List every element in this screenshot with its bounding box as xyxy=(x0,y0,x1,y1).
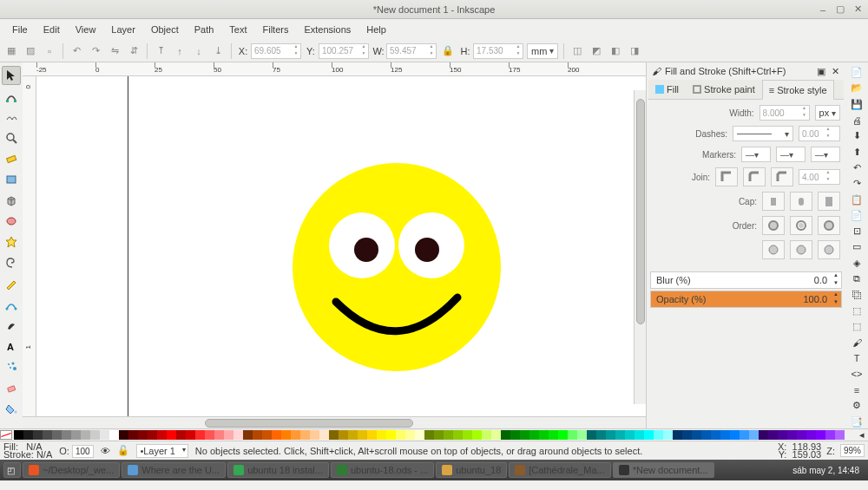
color-swatch[interactable] xyxy=(596,430,606,440)
color-swatch[interactable] xyxy=(81,430,90,440)
bezier-tool[interactable] xyxy=(2,295,21,314)
order-mfs-button[interactable] xyxy=(818,240,840,259)
node-tool[interactable] xyxy=(2,87,21,106)
zoom-drawing-icon[interactable]: ◈ xyxy=(847,257,866,270)
color-swatch[interactable] xyxy=(463,430,472,440)
doc-props-icon[interactable]: 📑 xyxy=(847,415,866,428)
status-opacity[interactable]: 100 xyxy=(72,445,94,458)
zoom-page-icon[interactable]: ▭ xyxy=(847,240,866,253)
minimize-button[interactable]: – xyxy=(818,4,828,15)
color-swatch[interactable] xyxy=(577,430,587,440)
color-swatch[interactable] xyxy=(434,430,444,440)
color-swatch[interactable] xyxy=(759,430,768,440)
zoom-tool[interactable] xyxy=(2,128,21,147)
stroke-width-unit[interactable]: px ▾ xyxy=(815,105,840,121)
cap-square-button[interactable] xyxy=(818,192,840,211)
tab-stroke-style[interactable]: ≡Stroke style xyxy=(762,80,834,100)
order-fsm-button[interactable] xyxy=(762,216,785,235)
menu-object[interactable]: Object xyxy=(144,22,186,37)
color-swatch[interactable] xyxy=(472,430,482,440)
lock-aspect-icon[interactable]: 🔒 xyxy=(440,43,456,59)
menu-layer[interactable]: Layer xyxy=(104,22,142,37)
color-swatch[interactable] xyxy=(682,430,692,440)
task-item[interactable]: ~/Desktop/_we... xyxy=(23,462,120,478)
bucket-tool[interactable] xyxy=(2,399,21,418)
color-swatch[interactable] xyxy=(214,430,224,440)
smiley-drawing[interactable] xyxy=(288,159,505,376)
color-swatch[interactable] xyxy=(186,430,195,440)
color-swatch[interactable] xyxy=(224,430,233,440)
dialog-close-icon[interactable]: ✕ xyxy=(830,66,840,76)
color-swatch[interactable] xyxy=(749,430,759,440)
color-swatch[interactable] xyxy=(510,430,520,440)
color-swatch[interactable] xyxy=(300,430,310,440)
scrollbar-horizontal[interactable] xyxy=(23,416,646,428)
color-swatch[interactable] xyxy=(90,430,100,440)
ellipse-tool[interactable] xyxy=(2,212,21,231)
tab-fill[interactable]: Fill xyxy=(648,80,686,99)
color-swatch[interactable] xyxy=(262,430,272,440)
color-swatch[interactable] xyxy=(329,430,339,440)
save-icon[interactable]: 💾 xyxy=(847,98,866,111)
color-swatch[interactable] xyxy=(33,430,43,440)
import-icon[interactable]: ⬇ xyxy=(847,129,866,142)
color-swatch[interactable] xyxy=(491,430,501,440)
pencil-tool[interactable] xyxy=(2,274,21,293)
color-swatch[interactable] xyxy=(405,430,415,440)
layer-selector[interactable]: •Layer 1 xyxy=(136,444,188,458)
xml-icon[interactable]: <> xyxy=(847,368,866,381)
color-swatch[interactable] xyxy=(587,430,596,440)
menu-filters[interactable]: Filters xyxy=(256,22,296,37)
y-input[interactable]: ▲▼ xyxy=(319,43,369,59)
open-icon[interactable]: 📂 xyxy=(847,82,866,95)
color-swatch[interactable] xyxy=(740,430,749,440)
menu-help[interactable]: Help xyxy=(359,22,393,37)
color-swatch[interactable] xyxy=(119,430,128,440)
color-swatch[interactable] xyxy=(358,430,367,440)
color-swatch[interactable] xyxy=(52,430,62,440)
color-swatch[interactable] xyxy=(253,430,262,440)
color-swatch[interactable] xyxy=(816,430,825,440)
3dbox-tool[interactable] xyxy=(2,191,21,210)
join-bevel-button[interactable] xyxy=(771,167,793,186)
fill-stroke-icon[interactable]: 🖌 xyxy=(847,336,866,349)
color-swatch[interactable] xyxy=(539,430,549,440)
prefs-icon[interactable]: ⚙ xyxy=(847,399,866,412)
task-item[interactable]: [Cathédrale_Ma... xyxy=(509,462,610,478)
order-msf-button[interactable] xyxy=(762,240,785,259)
color-swatch[interactable] xyxy=(195,430,205,440)
color-swatch[interactable] xyxy=(663,430,673,440)
color-swatch[interactable] xyxy=(233,430,243,440)
color-swatch[interactable] xyxy=(339,430,348,440)
status-stroke[interactable]: N/A xyxy=(36,449,52,460)
color-swatch[interactable] xyxy=(806,430,816,440)
color-swatch[interactable] xyxy=(128,430,138,440)
dashes-select[interactable]: ▾ xyxy=(733,126,793,141)
dialog-dock-icon[interactable]: ▣ xyxy=(816,66,826,76)
print-icon[interactable]: 🖨 xyxy=(847,114,866,127)
color-swatch[interactable] xyxy=(377,430,386,440)
color-swatch[interactable] xyxy=(348,430,358,440)
clone-icon[interactable]: ⿻ xyxy=(847,288,866,301)
canvas[interactable] xyxy=(36,76,646,416)
align-icon[interactable]: ≡ xyxy=(847,383,866,396)
menu-file[interactable]: File xyxy=(5,22,35,37)
layer-visible-icon[interactable]: 👁 xyxy=(101,446,110,456)
color-swatch[interactable] xyxy=(138,430,148,440)
task-item[interactable]: ubuntu_18 xyxy=(436,462,507,478)
join-round-button[interactable] xyxy=(743,167,766,186)
color-swatch[interactable] xyxy=(778,430,787,440)
order-sfm-button[interactable] xyxy=(790,216,812,235)
color-swatch[interactable] xyxy=(558,430,568,440)
color-swatch[interactable] xyxy=(205,430,214,440)
color-swatch[interactable] xyxy=(444,430,453,440)
taskbar-clock[interactable]: sáb may 2, 14:48 xyxy=(792,466,865,475)
color-swatch[interactable] xyxy=(692,430,701,440)
color-swatch[interactable] xyxy=(319,430,329,440)
color-swatch[interactable] xyxy=(644,430,654,440)
tab-stroke-paint[interactable]: Stroke paint xyxy=(686,80,762,99)
marker-end[interactable]: —▾ xyxy=(811,147,840,162)
no-color-swatch[interactable] xyxy=(0,430,12,440)
color-swatch[interactable] xyxy=(148,430,157,440)
eraser-tool[interactable] xyxy=(2,378,21,397)
